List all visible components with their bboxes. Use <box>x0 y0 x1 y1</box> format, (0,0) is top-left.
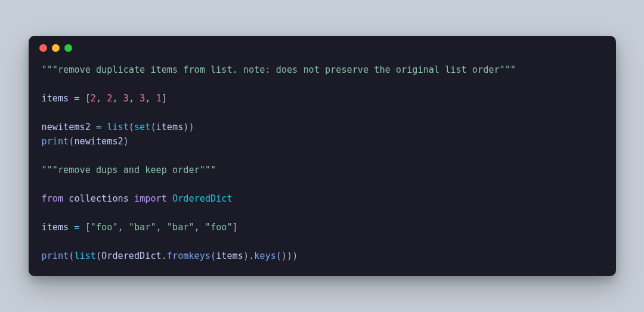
rparen: ) <box>281 251 287 261</box>
rparen: ) <box>292 251 298 261</box>
docstring-close: """ <box>500 64 516 75</box>
str-literal: "bar" <box>167 222 194 233</box>
rparen: ) <box>123 136 129 147</box>
builtin-set: set <box>134 122 150 132</box>
code-area: """remove duplicate items from list. not… <box>29 54 616 276</box>
docstring2-open: """ <box>42 165 58 175</box>
window-minimize-dot[interactable] <box>52 44 60 52</box>
window-zoom-dot[interactable] <box>64 44 72 52</box>
comma: , <box>96 93 107 104</box>
class-ordereddict-ref: OrderedDict <box>101 251 162 261</box>
rparen: ) <box>188 122 194 132</box>
num-literal: 3 <box>140 93 145 104</box>
assign-op: = <box>69 93 85 104</box>
rparen: ) <box>243 251 249 261</box>
str-literal: "bar" <box>129 222 156 233</box>
window-titlebar <box>29 36 616 54</box>
builtin-print: print <box>42 251 69 261</box>
var-items-ref: items <box>156 122 184 132</box>
lparen: ( <box>276 251 281 261</box>
kw-import: import <box>134 193 167 204</box>
var-newitems-ref: newitems2 <box>74 136 123 147</box>
lbracket: [ <box>85 222 91 233</box>
lparen: ( <box>69 136 74 147</box>
dot-op: . <box>249 251 254 261</box>
builtin-print: print <box>42 136 69 147</box>
var-newitems: newitems2 <box>42 122 91 132</box>
num-literal: 2 <box>91 93 96 104</box>
kw-from: from <box>42 193 64 204</box>
str-literal: "foo" <box>91 222 118 233</box>
str-literal: "foo" <box>205 222 233 233</box>
comma: , <box>145 93 156 104</box>
builtin-list: list <box>74 251 96 261</box>
rbracket: ] <box>162 93 167 104</box>
class-ordereddict: OrderedDict <box>172 193 233 204</box>
assign-op: = <box>69 222 85 233</box>
module-collections: collections <box>69 193 129 204</box>
window-close-dot[interactable] <box>39 44 47 52</box>
var-items: items <box>42 93 69 104</box>
method-fromkeys: fromkeys <box>167 251 210 261</box>
assign-op: = <box>91 122 107 132</box>
builtin-list: list <box>107 122 129 132</box>
comma: , <box>112 93 123 104</box>
docstring-text: remove duplicate items from list. note: … <box>58 64 500 75</box>
dot-op: . <box>162 251 167 261</box>
var-items-ref: items <box>216 251 243 261</box>
method-keys: keys <box>254 251 276 261</box>
rparen: ) <box>287 251 292 261</box>
comma: , <box>194 222 205 233</box>
lbracket: [ <box>85 93 91 104</box>
docstring-open: """ <box>42 64 58 75</box>
comma: , <box>156 222 167 233</box>
lparen: ( <box>129 122 134 132</box>
lparen: ( <box>210 251 216 261</box>
rbracket: ] <box>233 222 238 233</box>
comma: , <box>118 222 129 233</box>
code-window: """remove duplicate items from list. not… <box>29 36 616 276</box>
docstring2-close: """ <box>200 165 216 175</box>
lparen: ( <box>69 251 74 261</box>
num-literal: 3 <box>123 93 129 104</box>
var-items2: items <box>42 222 69 233</box>
num-literal: 1 <box>156 93 162 104</box>
lparen: ( <box>96 251 101 261</box>
comma: , <box>129 93 140 104</box>
docstring2-text: remove dups and keep order <box>58 165 200 175</box>
lparen: ( <box>150 122 156 132</box>
